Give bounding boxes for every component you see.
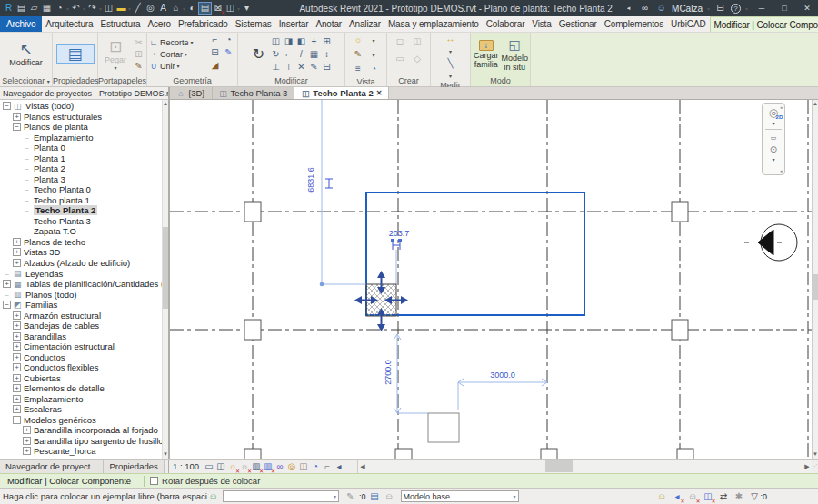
browser-item-conductos[interactable]: +Conductos — [0, 351, 162, 362]
rotate-big-icon[interactable]: ↻ — [250, 49, 268, 60]
browser-item-cimentaci-n-estructural[interactable]: +Cimentación estructural — [0, 341, 162, 352]
tree-expand-icon[interactable]: + — [13, 342, 21, 351]
browser-item-techo-planta-2[interactable]: –Techo Planta 2 — [0, 205, 162, 216]
revit-logo-icon[interactable]: R — [3, 3, 15, 14]
visual-style-icon[interactable]: ◫ — [215, 461, 226, 472]
join-modify-icon[interactable]: ⊟ — [321, 62, 333, 73]
copy-icon[interactable]: ⊞ — [133, 49, 145, 60]
editing-requests-icon[interactable]: ☺ — [655, 491, 667, 502]
zoom-caret-icon[interactable]: ▾ — [772, 156, 774, 163]
tag-icon[interactable]: ◎ — [145, 3, 156, 14]
split-icon[interactable]: / — [295, 49, 307, 60]
cut-icon[interactable]: ✂ — [133, 37, 145, 48]
ribbon-tab-prefabricado[interactable]: Prefabricado — [175, 16, 232, 32]
browser-item-emplazamiento[interactable]: +Emplazamiento — [0, 393, 162, 404]
section-icon[interactable]: ◐ — [186, 3, 198, 14]
join-geometry-button[interactable]: ∪Unir▾ — [149, 61, 206, 72]
temp-dimension-main[interactable]: 6831.6 — [306, 100, 366, 286]
temp-dimension-vertical[interactable]: 2700.0 — [384, 334, 428, 413]
help-icon[interactable]: ? — [731, 4, 741, 14]
hscroll-left-icon[interactable]: ◀ — [358, 460, 367, 473]
browser-item-tablas-de-planificaci-n-cantidades-todo-[interactable]: +▦Tablas de planificación/Cantidades (to… — [0, 279, 162, 290]
active-users-icon[interactable]: ☺✕ — [686, 491, 698, 502]
analytical-model-icon[interactable]: ⌐ — [322, 461, 333, 472]
array-icon[interactable]: ▦ — [308, 49, 320, 60]
editable-only-icon[interactable]: ✎ — [344, 491, 356, 502]
scroll-up-icon[interactable]: ▲ — [163, 100, 168, 108]
press-drag-icon[interactable]: ✱ — [733, 491, 744, 502]
resize-grip-icon[interactable]: ⋰ — [812, 460, 818, 473]
browser-item-escaleras[interactable]: +Escaleras — [0, 404, 162, 415]
rotate-after-place-checkbox[interactable]: Rotar después de colocar — [150, 476, 260, 486]
sync-icon[interactable]: ◔ — [54, 3, 65, 14]
measure-icon[interactable]: ▬ — [115, 3, 127, 14]
redo-icon-caret[interactable]: ▾ — [99, 5, 102, 12]
ribbon-tab-colaborar[interactable]: Colaborar — [483, 16, 529, 32]
close-inactive-windows-icon[interactable]: ⊠✕ — [212, 3, 224, 14]
browser-item-planos-estructurales[interactable]: +Planos estructurales — [0, 112, 162, 123]
load-family-button[interactable]: ↓ Cargar familia — [473, 40, 499, 69]
save-icon[interactable]: ▦ — [41, 3, 53, 14]
tree-expand-icon[interactable]: + — [3, 280, 11, 288]
browser-item-alzados-alzado-de-edificio-[interactable]: +Alzados (Alzado de edificio) — [0, 258, 162, 269]
measure-between-icon[interactable]: ↔ — [444, 34, 456, 44]
elevation-marker[interactable] — [744, 224, 797, 261]
detail-square[interactable] — [428, 413, 459, 442]
browser-item-emplazamiento[interactable]: –Emplazamiento — [0, 133, 162, 143]
browser-item-techo-planta-0[interactable]: –Techo Planta 0 — [0, 184, 162, 195]
panel-label-crear[interactable]: Crear — [387, 75, 430, 86]
copy-modify-icon[interactable]: ⊞ — [321, 36, 333, 47]
temp-dimension-horizontal[interactable]: 3000.0 — [458, 371, 547, 410]
thin-lines-icon[interactable]: ▤ — [199, 3, 211, 14]
visibility-graphics-icon[interactable]: ☼ — [353, 35, 364, 45]
temp-view-properties-icon[interactable]: ◔ — [310, 461, 321, 472]
redo-icon[interactable]: ↷ — [86, 3, 98, 14]
vscroll-thumb[interactable] — [813, 274, 818, 300]
browser-item-planta-1[interactable]: –Planta 1 — [0, 153, 162, 164]
scroll-down-icon[interactable]: ▼ — [163, 450, 168, 459]
ribbon-tab-acero[interactable]: Acero — [145, 16, 175, 32]
browser-item-modelos-gen-ricos[interactable]: −Modelos genéricos — [0, 414, 162, 425]
scroll-thumb[interactable] — [163, 227, 168, 309]
properties-button[interactable]: ▤ — [57, 45, 94, 63]
browser-item-vistas-todo-[interactable]: −◫Vistas (todo) — [0, 101, 162, 112]
tree-expand-icon[interactable]: + — [23, 447, 31, 455]
ribbon-tab-urbicad[interactable]: UrbiCAD — [667, 16, 709, 32]
wheel-caret-icon[interactable]: ▾ — [772, 120, 774, 126]
browser-item-zapata-t-o[interactable]: –Zapata T.O — [0, 226, 162, 237]
canvas-horizontal-scrollbar[interactable]: ◀ ▶ — [358, 460, 812, 473]
canvas-vertical-scrollbar[interactable]: ▲ ▼ — [812, 100, 818, 459]
properties-browser-icon[interactable]: ▤ — [15, 3, 27, 14]
align-icon[interactable]: ◫ — [270, 36, 282, 47]
browser-item-leyendas[interactable]: –▤Leyendas — [0, 268, 162, 279]
browser-item-armaz-n-estructural[interactable]: +Armazón estructural — [0, 310, 162, 321]
design-option-select[interactable]: Modelo base ▾ — [401, 490, 519, 502]
modify-button[interactable]: ↖ Modificar — [8, 41, 45, 67]
paste-button[interactable]: ⊡ Pegar ▾ — [100, 38, 131, 71]
override-graphics-icon[interactable]: ✎ — [353, 49, 364, 60]
browser-item-planta-3[interactable]: –Planta 3 — [0, 174, 162, 185]
ribbon-tab-archivo[interactable]: Archivo — [0, 16, 42, 32]
panel-label-seleccionar[interactable]: Seleccionar ▾ — [0, 75, 52, 86]
ribbon-tab-contextual[interactable]: Modificar | Colocar Componente — [710, 16, 818, 32]
tree-expand-icon[interactable]: + — [23, 426, 31, 434]
browser-item-vistas-3d[interactable]: +Vistas 3D — [0, 247, 162, 258]
tree-expand-icon[interactable]: + — [13, 363, 21, 371]
ribbon-tab-insertar[interactable]: Insertar — [275, 16, 313, 32]
cope-icon[interactable]: ⌐ — [209, 35, 221, 45]
rotate-icon[interactable]: ↻ — [270, 49, 282, 60]
visibility-graphics-icon-caret[interactable]: ▾ — [372, 37, 374, 44]
tree-expand-icon[interactable]: + — [13, 405, 21, 413]
zoom-region-icon[interactable]: ▭ — [768, 133, 780, 143]
browser-item-familias[interactable]: −◩Familias — [0, 300, 162, 311]
tree-expand-icon[interactable]: + — [13, 311, 21, 320]
cut-geometry-button[interactable]: ◔Cortar▾ — [149, 49, 206, 60]
vscroll-down-icon[interactable]: ▼ — [813, 450, 818, 459]
tree-expand-icon[interactable]: + — [13, 395, 21, 403]
ribbon-tab-analizar[interactable]: Analizar — [345, 16, 384, 32]
panel-label-modificar[interactable]: Modificar — [238, 75, 344, 86]
ribbon-tab-estructura[interactable]: Estructura — [96, 16, 144, 32]
trim-icon[interactable]: ⌐ — [283, 49, 294, 60]
browser-item-planos-de-techo[interactable]: +Planos de techo — [0, 237, 162, 248]
open-icon[interactable]: ▱ — [28, 3, 40, 14]
